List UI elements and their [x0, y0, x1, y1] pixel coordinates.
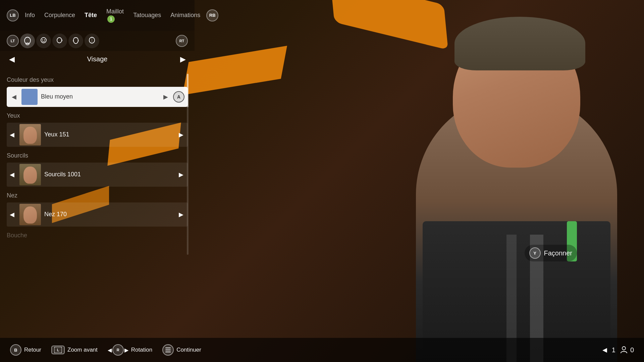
nav-item-animations[interactable]: Animations — [167, 10, 204, 21]
yeux-thumb — [19, 124, 41, 145]
yeux-section-label: Yeux — [7, 112, 188, 119]
back-label: Retour — [24, 347, 41, 353]
section-next-arrow[interactable]: ▶ — [178, 55, 188, 64]
nez-section-label: Nez — [7, 192, 188, 199]
person-icon — [620, 346, 628, 354]
eye-color-next[interactable]: ▶ — [162, 93, 170, 101]
eye-color-confirm[interactable]: A — [173, 91, 184, 103]
sourcils-prev[interactable]: ◀ — [8, 171, 16, 178]
zoom-action[interactable]: L Zoom avant — [51, 346, 98, 354]
counter-1: ◀ 1 — [600, 346, 615, 354]
yeux-next[interactable]: ▶ — [177, 131, 185, 138]
bottom-counters: ◀ 1 0 — [600, 346, 634, 354]
options-list[interactable]: Couleur des yeux ◀ Bleu moyen ▶ A Yeux ◀… — [0, 68, 195, 282]
svg-point-13 — [622, 347, 626, 350]
eye-color-section-label: Couleur des yeux — [7, 76, 188, 83]
bouche-section-label: Bouche — [7, 232, 188, 239]
maillot-badge: 1 — [107, 15, 115, 23]
sourcils-thumb — [19, 164, 41, 185]
svg-rect-6 — [61, 40, 62, 41]
menu-button[interactable] — [162, 344, 174, 356]
r-button-rotation[interactable]: R — [112, 344, 124, 356]
sourcils-label: Sourcils 1001 — [44, 171, 174, 178]
character-hair — [454, 17, 585, 70]
eye-color-swatch — [21, 89, 38, 105]
sourcils-next[interactable]: ▶ — [177, 171, 185, 178]
continue-label: Continuer — [176, 347, 201, 353]
eye-color-label: Bleu moyen — [41, 93, 158, 100]
sub-icon-face[interactable] — [36, 34, 51, 48]
rotation-label: Rotation — [131, 347, 152, 353]
nez-option[interactable]: ◀ Nez 170 ▶ — [7, 202, 188, 227]
svg-text:L: L — [57, 348, 59, 352]
lb-button[interactable]: LB — [7, 9, 19, 21]
svg-point-5 — [57, 38, 62, 43]
continue-action[interactable]: Continuer — [162, 344, 201, 356]
sub-nav: LT — [0, 31, 195, 51]
eye-color-option[interactable]: ◀ Bleu moyen ▶ A — [7, 87, 188, 107]
nez-thumb — [19, 204, 41, 225]
counter-2: 0 — [620, 346, 634, 354]
nav-item-maillot[interactable]: Maillot 1 — [103, 6, 127, 25]
nav-item-corpulence[interactable]: Corpulence — [41, 10, 78, 21]
character-preview — [275, 0, 644, 362]
lt-button[interactable]: LT — [7, 35, 19, 47]
bottom-bar: B Retour L Zoom avant ◀ R ▶ Rotation Con… — [0, 338, 644, 362]
eye-color-prev[interactable]: ◀ — [10, 93, 18, 101]
section-prev-arrow[interactable]: ◀ — [7, 55, 17, 64]
dpad-right-icon: ▶ — [124, 347, 128, 353]
rt-button[interactable]: RT — [176, 35, 188, 47]
counter-1-value: 1 — [612, 346, 615, 354]
rb-button[interactable]: RB — [206, 9, 218, 21]
sourcils-option[interactable]: ◀ Sourcils 1001 ▶ — [7, 163, 188, 187]
section-nav: ◀ Visage ▶ — [0, 51, 195, 68]
rotation-action[interactable]: ◀ R ▶ Rotation — [108, 344, 152, 356]
dpad-left-icon: ◀ — [108, 347, 112, 353]
faconner-label-text: Façonner — [544, 249, 573, 257]
nez-next[interactable]: ▶ — [177, 211, 185, 218]
lt-zoom-button[interactable]: L — [51, 346, 65, 354]
yeux-option[interactable]: ◀ Yeux 151 ▶ — [7, 123, 188, 147]
nav-item-info[interactable]: Info — [21, 10, 38, 21]
sub-icon-face-front[interactable] — [68, 34, 83, 48]
zoom-label: Zoom avant — [67, 347, 98, 353]
nav-item-tete[interactable]: Tête — [81, 10, 100, 21]
nez-prev[interactable]: ◀ — [8, 211, 16, 218]
scroll-thumb — [187, 74, 189, 107]
menu-line-2 — [165, 350, 171, 350]
sub-icon-head-back[interactable] — [85, 34, 99, 48]
nez-label: Nez 170 — [44, 211, 174, 218]
menu-line-1 — [165, 348, 171, 348]
svg-point-4 — [44, 39, 45, 40]
back-action[interactable]: B Retour — [10, 344, 41, 356]
faconner-overlay[interactable]: Y Façonner — [525, 245, 577, 261]
yeux-prev[interactable]: ◀ — [8, 131, 16, 138]
scroll-track — [187, 74, 189, 255]
menu-line-3 — [165, 352, 171, 352]
sourcils-section-label: Sourcils — [7, 152, 188, 159]
sub-icon-head-side[interactable] — [52, 34, 67, 48]
left-panel: LB Info Corpulence Tête Maillot 1 Tatoua… — [0, 0, 195, 362]
b-button[interactable]: B — [10, 344, 21, 356]
top-nav: LB Info Corpulence Tête Maillot 1 Tatoua… — [0, 0, 195, 31]
nav-item-tatouages[interactable]: Tatouages — [130, 10, 164, 21]
svg-point-3 — [42, 39, 43, 40]
svg-point-2 — [41, 38, 46, 43]
counter-2-value: 0 — [630, 346, 634, 354]
section-title: Visage — [23, 55, 171, 63]
sub-icon-head-full[interactable] — [20, 34, 35, 48]
counter-left-arrow[interactable]: ◀ — [600, 346, 610, 354]
y-button[interactable]: Y — [529, 247, 541, 259]
yeux-label: Yeux 151 — [44, 131, 174, 138]
